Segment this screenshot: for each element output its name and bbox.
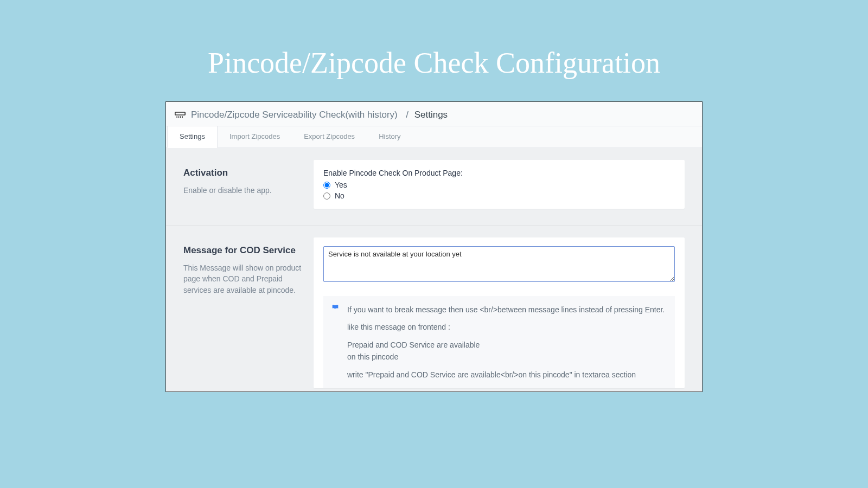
radio-no[interactable] (323, 192, 330, 200)
activation-desc: Enable or disable the app. (183, 185, 308, 196)
hint-example: Prepaid and COD Service are available on… (347, 339, 666, 363)
cod-hint-box: If you want to break message then use <b… (323, 296, 675, 388)
page-heading: Pincode/Zipcode Check Configuration (0, 0, 868, 101)
activation-section: Activation Enable or disable the app. En… (166, 148, 702, 226)
breadcrumb: Pincode/Zipcode Serviceability Check(wit… (166, 102, 702, 126)
radio-yes-row[interactable]: Yes (323, 181, 675, 189)
tab-history[interactable]: History (367, 126, 412, 147)
cod-card: If you want to break message then use <b… (314, 237, 685, 388)
cod-desc: This Message will show on product page w… (183, 262, 308, 296)
hint-line-4: write "Prepaid and COD Service are avail… (347, 369, 666, 381)
activation-card: Enable Pincode Check On Product Page: Ye… (314, 160, 685, 209)
enable-pincode-label: Enable Pincode Check On Product Page: (323, 169, 675, 177)
tab-bar: Settings Import Zipcodes Export Zipcodes… (166, 126, 702, 148)
app-icon (175, 112, 186, 118)
tab-export-zipcodes[interactable]: Export Zipcodes (292, 126, 367, 147)
breadcrumb-separator: / (401, 110, 411, 120)
flag-icon (331, 304, 340, 312)
breadcrumb-parent[interactable]: Pincode/Zipcode Serviceability Check(wit… (191, 110, 398, 120)
radio-yes-label: Yes (335, 181, 347, 189)
activation-section-header: Activation Enable or disable the app. (183, 160, 308, 209)
tab-settings[interactable]: Settings (167, 126, 218, 148)
cod-title: Message for COD Service (183, 245, 308, 256)
activation-title: Activation (183, 168, 308, 178)
tab-import-zipcodes[interactable]: Import Zipcodes (218, 126, 292, 147)
hint-line-1: If you want to break message then use <b… (347, 304, 666, 316)
content-area: Activation Enable or disable the app. En… (166, 148, 702, 391)
radio-no-label: No (335, 191, 344, 200)
cod-message-section: Message for COD Service This Message wil… (166, 226, 702, 391)
config-panel: Pincode/Zipcode Serviceability Check(wit… (165, 101, 703, 392)
cod-section-header: Message for COD Service This Message wil… (183, 237, 308, 388)
radio-yes[interactable] (323, 182, 330, 189)
hint-line-2: like this message on frontend : (347, 321, 666, 333)
cod-message-textarea[interactable] (323, 246, 675, 282)
svg-rect-0 (175, 112, 185, 115)
radio-no-row[interactable]: No (323, 191, 675, 200)
breadcrumb-current: Settings (414, 110, 448, 120)
